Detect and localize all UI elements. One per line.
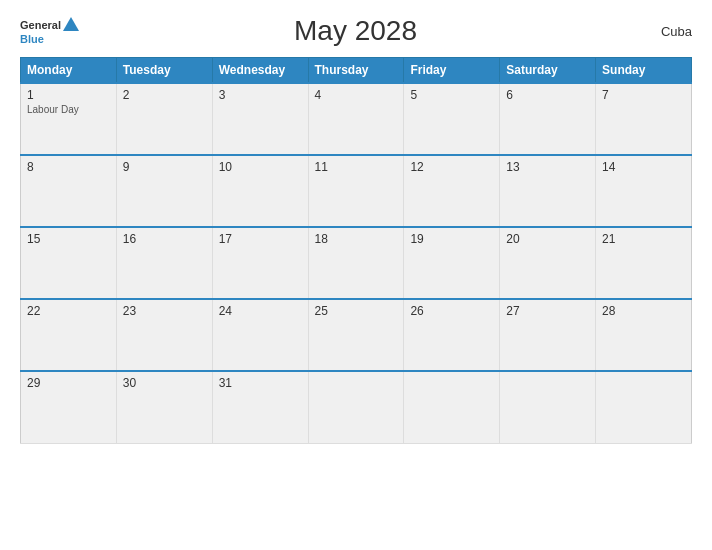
day-number: 16 — [123, 232, 206, 246]
day-number: 26 — [410, 304, 493, 318]
calendar-cell: 1Labour Day — [21, 83, 117, 155]
day-number: 10 — [219, 160, 302, 174]
calendar-cell: 14 — [596, 155, 692, 227]
calendar-cell: 30 — [116, 371, 212, 443]
calendar-cell — [308, 371, 404, 443]
day-number: 19 — [410, 232, 493, 246]
calendar-cell — [500, 371, 596, 443]
logo-blue-text: Blue — [20, 33, 44, 45]
calendar-cell: 9 — [116, 155, 212, 227]
calendar-cell: 12 — [404, 155, 500, 227]
logo: General Blue — [20, 17, 79, 45]
calendar-week-row: 22232425262728 — [21, 299, 692, 371]
day-number: 23 — [123, 304, 206, 318]
calendar-week-row: 15161718192021 — [21, 227, 692, 299]
calendar-cell — [404, 371, 500, 443]
day-number: 18 — [315, 232, 398, 246]
calendar-cell: 13 — [500, 155, 596, 227]
weekday-header-friday: Friday — [404, 58, 500, 84]
calendar-week-row: 293031 — [21, 371, 692, 443]
weekday-header-tuesday: Tuesday — [116, 58, 212, 84]
calendar-cell: 11 — [308, 155, 404, 227]
calendar-cell: 17 — [212, 227, 308, 299]
calendar-cell: 24 — [212, 299, 308, 371]
weekday-header-row: MondayTuesdayWednesdayThursdayFridaySatu… — [21, 58, 692, 84]
country-label: Cuba — [632, 24, 692, 39]
calendar-cell: 6 — [500, 83, 596, 155]
calendar-cell — [596, 371, 692, 443]
day-number: 8 — [27, 160, 110, 174]
day-number: 5 — [410, 88, 493, 102]
day-number: 9 — [123, 160, 206, 174]
calendar-cell: 7 — [596, 83, 692, 155]
day-number: 21 — [602, 232, 685, 246]
logo-general-text: General — [20, 19, 61, 31]
calendar-cell: 25 — [308, 299, 404, 371]
day-number: 13 — [506, 160, 589, 174]
calendar-week-row: 1Labour Day234567 — [21, 83, 692, 155]
day-number: 30 — [123, 376, 206, 390]
day-number: 14 — [602, 160, 685, 174]
day-number: 15 — [27, 232, 110, 246]
day-number: 22 — [27, 304, 110, 318]
calendar-cell: 8 — [21, 155, 117, 227]
day-number: 12 — [410, 160, 493, 174]
header: General Blue May 2028 Cuba — [20, 15, 692, 47]
day-number: 20 — [506, 232, 589, 246]
day-number: 28 — [602, 304, 685, 318]
calendar-body: 1Labour Day23456789101112131415161718192… — [21, 83, 692, 443]
calendar-cell: 27 — [500, 299, 596, 371]
day-number: 25 — [315, 304, 398, 318]
weekday-header-wednesday: Wednesday — [212, 58, 308, 84]
day-number: 11 — [315, 160, 398, 174]
weekday-header-thursday: Thursday — [308, 58, 404, 84]
day-number: 29 — [27, 376, 110, 390]
calendar-cell: 23 — [116, 299, 212, 371]
calendar-cell: 10 — [212, 155, 308, 227]
day-number: 31 — [219, 376, 302, 390]
weekday-header-saturday: Saturday — [500, 58, 596, 84]
calendar-cell: 29 — [21, 371, 117, 443]
calendar-cell: 15 — [21, 227, 117, 299]
calendar-cell: 3 — [212, 83, 308, 155]
calendar-cell: 21 — [596, 227, 692, 299]
day-number: 1 — [27, 88, 110, 102]
calendar-cell: 2 — [116, 83, 212, 155]
calendar-cell: 20 — [500, 227, 596, 299]
day-number: 2 — [123, 88, 206, 102]
logo-triangle-icon — [63, 17, 79, 31]
day-number: 27 — [506, 304, 589, 318]
weekday-header-monday: Monday — [21, 58, 117, 84]
day-number: 3 — [219, 88, 302, 102]
calendar-cell: 16 — [116, 227, 212, 299]
calendar-cell: 26 — [404, 299, 500, 371]
calendar-header: MondayTuesdayWednesdayThursdayFridaySatu… — [21, 58, 692, 84]
day-number: 24 — [219, 304, 302, 318]
calendar-cell: 22 — [21, 299, 117, 371]
day-number: 4 — [315, 88, 398, 102]
calendar-cell: 18 — [308, 227, 404, 299]
calendar-cell: 31 — [212, 371, 308, 443]
weekday-header-sunday: Sunday — [596, 58, 692, 84]
day-number: 17 — [219, 232, 302, 246]
calendar-title: May 2028 — [79, 15, 632, 47]
day-number: 7 — [602, 88, 685, 102]
calendar-cell: 4 — [308, 83, 404, 155]
calendar-week-row: 891011121314 — [21, 155, 692, 227]
day-number: 6 — [506, 88, 589, 102]
calendar-table: MondayTuesdayWednesdayThursdayFridaySatu… — [20, 57, 692, 444]
calendar-page: General Blue May 2028 Cuba MondayTuesday… — [0, 0, 712, 550]
calendar-cell: 19 — [404, 227, 500, 299]
calendar-cell: 28 — [596, 299, 692, 371]
calendar-cell: 5 — [404, 83, 500, 155]
holiday-label: Labour Day — [27, 104, 110, 115]
